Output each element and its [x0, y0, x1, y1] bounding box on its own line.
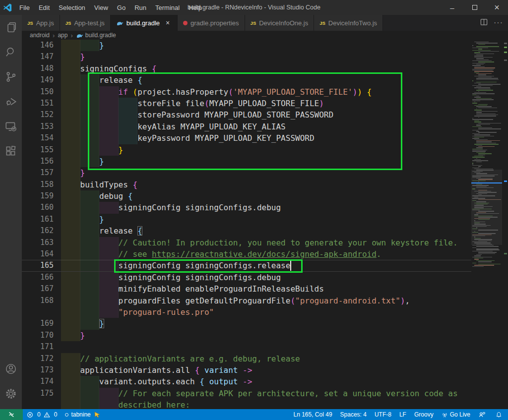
line-number: 148: [22, 63, 61, 74]
code-line-151[interactable]: 151 storeFile file(MYAPP_UPLOAD_STORE_FI…: [22, 98, 471, 109]
tabnine-icon: [65, 413, 68, 417]
code-line-161[interactable]: 161 }: [22, 214, 471, 225]
activity-source-control-icon[interactable]: [0, 64, 22, 89]
code-line-156[interactable]: 156 }: [22, 156, 471, 167]
status-language-mode[interactable]: Groovy: [410, 409, 438, 420]
activity-explorer-icon[interactable]: [0, 15, 22, 40]
code-line-169[interactable]: 169 }: [22, 318, 471, 329]
line-number: 155: [22, 144, 61, 156]
code-line-158[interactable]: 158 buildTypes {: [22, 179, 471, 190]
split-editor-icon[interactable]: [480, 18, 488, 28]
tab-deviceinfoone-js[interactable]: JSDeviceInfoOne.js: [245, 15, 315, 31]
code-line-170[interactable]: 170 }: [22, 330, 471, 341]
more-actions-icon[interactable]: ···: [494, 18, 503, 27]
code-line-150[interactable]: 150 if (project.hasProperty('MYAPP_UPLOA…: [22, 86, 471, 98]
code-text: signingConfig signingConfigs.debug: [61, 272, 471, 283]
code-line-160[interactable]: 160 signingConfig signingConfigs.debug: [22, 202, 471, 213]
code-line-165[interactable]: 165 signingConfig signingConfigs.release: [22, 260, 471, 271]
status-feedback[interactable]: [474, 409, 492, 420]
code-line-149[interactable]: 149 release {: [22, 74, 471, 86]
maximize-button[interactable]: [463, 0, 486, 15]
status-notifications[interactable]: [492, 409, 508, 420]
tab-app-test-js[interactable]: JSApp-test.js: [60, 15, 111, 31]
line-number: 146: [22, 40, 61, 51]
tab-app-js[interactable]: JSApp.js: [22, 15, 60, 31]
activity-search-icon[interactable]: [0, 40, 22, 64]
activity-extensions-icon[interactable]: [0, 139, 22, 164]
status-bar: 0 0 tabnine Ln 165, Col 49Spaces: 4UTF-8…: [0, 409, 508, 420]
code-line-152[interactable]: 152 storePassword MYAPP_UPLOAD_STORE_PAS…: [22, 109, 471, 120]
breadcrumb-build-gradle[interactable]: build.gradle: [76, 32, 116, 39]
breadcrumb-android[interactable]: android: [30, 32, 50, 39]
editor-region: JSApp.jsJSApp-test.jsbuild.gradle×gradle…: [22, 15, 508, 409]
line-number: 156: [22, 156, 61, 167]
code-line-171[interactable]: 171: [22, 341, 471, 353]
menu-view[interactable]: View: [90, 0, 113, 15]
code-text: storeFile file(MYAPP_UPLOAD_STORE_FILE): [61, 98, 471, 109]
code-line-148[interactable]: 148 signingConfigs {: [22, 63, 471, 74]
menu-file[interactable]: File: [15, 0, 34, 15]
status-eol[interactable]: LF: [395, 409, 410, 420]
activity-remote-explorer-icon[interactable]: [0, 114, 22, 139]
minimap-slider[interactable]: [471, 170, 502, 245]
line-number: 150: [22, 86, 61, 98]
tab-build-gradle[interactable]: build.gradle×: [111, 15, 178, 31]
code-line-175[interactable]: 175 // For each separate APK per archite…: [22, 388, 471, 399]
code-text: // applicationVariants are e.g. debug, r…: [61, 353, 471, 364]
status-encoding[interactable]: UTF-8: [371, 409, 395, 420]
overview-ruler[interactable]: [503, 40, 508, 409]
menu-go[interactable]: Go: [113, 0, 130, 15]
close-button[interactable]: ×: [486, 0, 508, 15]
code-line-172[interactable]: 172 // applicationVariants are e.g. debu…: [22, 353, 471, 364]
menu-edit[interactable]: Edit: [34, 0, 54, 15]
code-line-173[interactable]: 173 applicationVariants.all { variant ->: [22, 364, 471, 376]
code-line-163[interactable]: 163 // Caution! In production, you need …: [22, 237, 471, 248]
menu-help[interactable]: Help: [184, 0, 206, 15]
code-line-wrap[interactable]: described here:: [22, 399, 471, 409]
code-text: }: [61, 330, 471, 341]
status-cursor-position[interactable]: Ln 165, Col 49: [290, 409, 336, 420]
code-line-168[interactable]: 168 proguardFiles getDefaultProguardFile…: [22, 295, 471, 306]
code-line-159[interactable]: 159 debug {: [22, 190, 471, 202]
activity-account-icon[interactable]: [0, 357, 22, 381]
feedback-icon: [478, 411, 488, 418]
code-text: signingConfig signingConfigs.debug: [61, 202, 471, 213]
minimap-current-line: [471, 182, 502, 183]
tabnine-status[interactable]: tabnine: [61, 409, 107, 420]
code-line-167[interactable]: 167 minifyEnabled enableProguardInReleas…: [22, 283, 471, 295]
breadcrumb-app[interactable]: app: [58, 32, 67, 39]
minimap[interactable]: [471, 42, 502, 409]
code-line-147[interactable]: 147 }: [22, 51, 471, 62]
line-number: 166: [22, 272, 61, 283]
menu-run[interactable]: Run: [130, 0, 151, 15]
code-line-162[interactable]: 162 release {: [22, 225, 471, 237]
code-line-wrap[interactable]: "proguard-rules.pro": [22, 306, 471, 318]
activity-run-debug-icon[interactable]: [0, 89, 22, 114]
menu-terminal[interactable]: Terminal: [151, 0, 184, 15]
code-line-146[interactable]: 146 }: [22, 40, 471, 51]
text-cursor: [290, 261, 291, 270]
menu-selection[interactable]: Selection: [54, 0, 89, 15]
tab-deviceinfotwo-js[interactable]: JSDeviceInfoTwo.js: [314, 15, 383, 31]
code-line-166[interactable]: 166 signingConfig signingConfigs.debug: [22, 272, 471, 283]
activity-settings-icon[interactable]: [0, 381, 22, 406]
tab-close-icon[interactable]: ×: [164, 19, 172, 27]
code-editor[interactable]: 146 }147 }148 signingConfigs {149 releas…: [22, 40, 508, 409]
line-number: 159: [22, 190, 61, 202]
problems-indicator[interactable]: 0 0: [23, 409, 61, 420]
status-indentation[interactable]: Spaces: 4: [336, 409, 371, 420]
vscode-logo-icon: [0, 0, 15, 15]
code-line-174[interactable]: 174 variant.outputs.each { output ->: [22, 376, 471, 387]
code-text: }: [61, 51, 471, 62]
minimize-button[interactable]: –: [441, 0, 463, 15]
code-line-155[interactable]: 155 }: [22, 144, 471, 156]
remote-indicator[interactable]: [0, 409, 23, 420]
code-line-154[interactable]: 154 keyPassword MYAPP_UPLOAD_KEY_PASSWOR…: [22, 132, 471, 144]
code-line-164[interactable]: 164 // see https://reactnative.dev/docs/…: [22, 248, 471, 260]
code-line-157[interactable]: 157 }: [22, 167, 471, 179]
code-line-153[interactable]: 153 keyAlias MYAPP_UPLOAD_KEY_ALIAS: [22, 121, 471, 132]
tab-gradle-properties[interactable]: gradle.properties: [178, 15, 245, 31]
code-text: described here:: [61, 399, 471, 409]
status-go-live[interactable]: Go Live: [438, 409, 474, 420]
gradle-icon: [76, 33, 83, 38]
